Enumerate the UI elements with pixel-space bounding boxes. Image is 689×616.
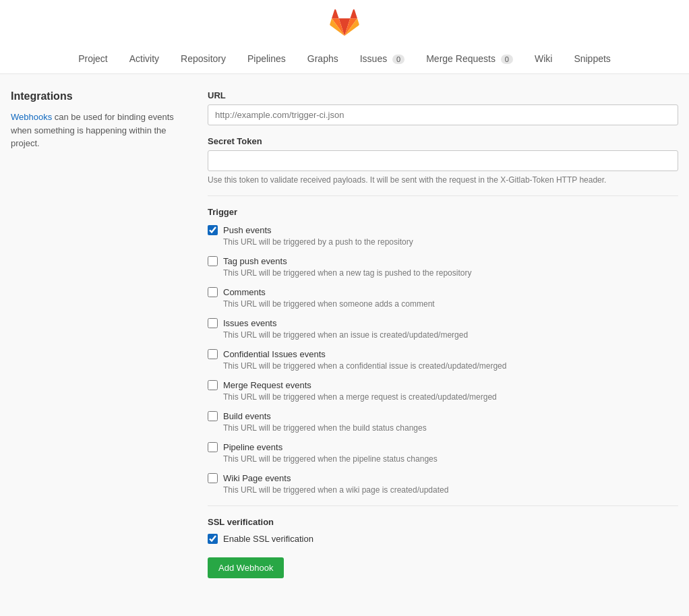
- main-content: Integrations Webhooks can be used for bi…: [0, 74, 689, 594]
- url-field-group: URL: [208, 90, 678, 125]
- trigger-pipeline-events: Pipeline events This URL will be trigger…: [208, 442, 678, 464]
- ssl-checkbox[interactable]: [208, 534, 218, 544]
- sidebar: Integrations Webhooks can be used for bi…: [11, 90, 186, 578]
- build-events-checkbox[interactable]: [208, 411, 218, 421]
- webhooks-link[interactable]: Webhooks: [11, 112, 52, 122]
- sidebar-title: Integrations: [11, 90, 186, 102]
- nav-bar: Project Activity Repository Pipelines Gr…: [67, 45, 622, 73]
- push-events-label: Push events: [223, 225, 272, 235]
- nav-item-issues[interactable]: Issues 0: [349, 45, 415, 73]
- nav-item-wiki[interactable]: Wiki: [524, 45, 563, 73]
- url-label: URL: [208, 90, 678, 100]
- build-events-desc: This URL will be triggered when the buil…: [208, 423, 678, 433]
- wiki-page-events-label: Wiki Page events: [223, 473, 291, 483]
- secret-token-label: Secret Token: [208, 136, 678, 146]
- wiki-page-events-desc: This URL will be triggered when a wiki p…: [208, 485, 678, 495]
- trigger-build-events: Build events This URL will be triggered …: [208, 411, 678, 433]
- confidential-issues-events-label: Confidential Issues events: [223, 349, 326, 359]
- trigger-comments: Comments This URL will be triggered when…: [208, 287, 678, 309]
- secret-token-hint: Use this token to validate received payl…: [208, 175, 678, 185]
- comments-label: Comments: [223, 287, 266, 297]
- comments-desc: This URL will be triggered when someone …: [208, 299, 678, 309]
- push-events-desc: This URL will be triggered by a push to …: [208, 237, 678, 247]
- ssl-label: Enable SSL verification: [223, 534, 313, 544]
- nav-item-pipelines[interactable]: Pipelines: [237, 45, 297, 73]
- nav-item-graphs[interactable]: Graphs: [297, 45, 349, 73]
- merge-request-events-label: Merge Request events: [223, 380, 311, 390]
- trigger-push-events: Push events This URL will be triggered b…: [208, 225, 678, 247]
- nav-item-activity[interactable]: Activity: [119, 45, 170, 73]
- trigger-issues-events: Issues events This URL will be triggered…: [208, 318, 678, 340]
- ssl-section: SSL verification Enable SSL verification: [208, 517, 678, 544]
- pipeline-events-desc: This URL will be triggered when the pipe…: [208, 454, 678, 464]
- issues-events-checkbox[interactable]: [208, 318, 218, 328]
- merge-request-events-desc: This URL will be triggered when a merge …: [208, 392, 678, 402]
- trigger-confidential-issues-events: Confidential Issues events This URL will…: [208, 349, 678, 371]
- nav-item-project[interactable]: Project: [67, 45, 119, 73]
- tag-push-events-checkbox[interactable]: [208, 256, 218, 266]
- merge-request-events-checkbox[interactable]: [208, 380, 218, 390]
- url-input[interactable]: [208, 104, 678, 125]
- nav-item-merge-requests[interactable]: Merge Requests 0: [415, 45, 524, 73]
- wiki-page-events-checkbox[interactable]: [208, 473, 218, 483]
- nav-item-snippets[interactable]: Snippets: [563, 45, 621, 73]
- logo-area: [329, 0, 360, 45]
- build-events-label: Build events: [223, 411, 271, 421]
- add-webhook-button[interactable]: Add Webhook: [208, 557, 284, 578]
- trigger-tag-push-events: Tag push events This URL will be trigger…: [208, 256, 678, 278]
- trigger-wiki-page-events: Wiki Page events This URL will be trigge…: [208, 473, 678, 495]
- pipeline-events-label: Pipeline events: [223, 442, 282, 452]
- issues-events-label: Issues events: [223, 318, 277, 328]
- sidebar-description: Webhooks can be used for binding events …: [11, 111, 186, 150]
- tag-push-events-desc: This URL will be triggered when a new ta…: [208, 268, 678, 278]
- push-events-checkbox[interactable]: [208, 225, 218, 235]
- divider-1: [208, 195, 678, 196]
- issues-events-desc: This URL will be triggered when an issue…: [208, 330, 678, 340]
- secret-token-input[interactable]: [208, 150, 678, 171]
- header: Project Activity Repository Pipelines Gr…: [0, 0, 689, 74]
- tag-push-events-label: Tag push events: [223, 256, 287, 266]
- trigger-merge-request-events: Merge Request events This URL will be tr…: [208, 380, 678, 402]
- confidential-issues-events-checkbox[interactable]: [208, 349, 218, 359]
- nav-item-repository[interactable]: Repository: [170, 45, 237, 73]
- trigger-label: Trigger: [208, 207, 678, 217]
- gitlab-logo: [329, 7, 360, 38]
- ssl-section-label: SSL verification: [208, 517, 678, 527]
- confidential-issues-events-desc: This URL will be triggered when a confid…: [208, 361, 678, 371]
- pipeline-events-checkbox[interactable]: [208, 442, 218, 452]
- divider-2: [208, 505, 678, 506]
- comments-checkbox[interactable]: [208, 287, 218, 297]
- merge-requests-badge: 0: [501, 55, 513, 64]
- form-area: URL Secret Token Use this token to valid…: [208, 90, 678, 578]
- issues-badge: 0: [392, 55, 405, 64]
- trigger-section: Trigger Push events This URL will be tri…: [208, 207, 678, 495]
- secret-token-field-group: Secret Token Use this token to validate …: [208, 136, 678, 185]
